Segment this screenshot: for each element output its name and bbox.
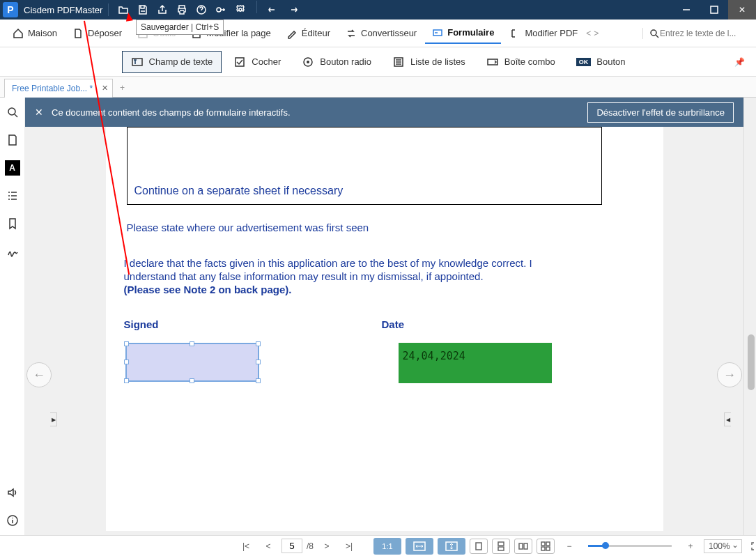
tool-sound-icon[interactable] (5, 485, 20, 500)
status-bar: |< < /8 > >| 1:1 − + 100% (0, 535, 756, 556)
save-icon[interactable] (134, 1, 152, 19)
help-icon[interactable] (192, 1, 210, 19)
view-continuous-icon[interactable] (492, 539, 510, 554)
svg-point-14 (8, 108, 15, 115)
resize-handle[interactable] (124, 360, 129, 364)
date-field[interactable]: 24,04,2024 (399, 343, 552, 383)
zoom-select[interactable]: 100% (704, 539, 742, 553)
tool-info-icon[interactable] (5, 513, 20, 528)
ft-checkbox[interactable]: Cocher (224, 51, 290, 73)
undo-icon[interactable] (264, 1, 282, 19)
tab-strip: Free Printable Job... * ✕ + (0, 77, 756, 98)
tool-bookmark-icon[interactable] (5, 216, 20, 231)
ft-radio[interactable]: Bouton radio (293, 51, 380, 73)
ft-radio-label: Bouton radio (320, 56, 371, 67)
view-facing-continuous-icon[interactable] (537, 539, 555, 554)
resize-handle[interactable] (124, 378, 129, 383)
redo-icon[interactable] (284, 1, 302, 19)
svg-rect-3 (711, 6, 718, 13)
pdf-page: Continue on a separate sheet if necessar… (106, 127, 663, 531)
fit-ratio-label: 1:1 (382, 542, 392, 550)
ft-list[interactable]: Liste de listes (383, 51, 475, 73)
nav-editor-label: Éditeur (302, 28, 330, 38)
resize-handle[interactable] (190, 378, 194, 383)
svg-rect-26 (546, 547, 550, 550)
resize-handle[interactable] (256, 360, 261, 364)
form-toolbar: Champ de texte Cocher Bouton radio Liste… (0, 47, 756, 77)
fit-page-icon[interactable] (438, 538, 465, 555)
scrollbar-thumb[interactable] (748, 334, 755, 390)
prev-page-icon[interactable]: < (259, 539, 277, 554)
ft-button[interactable]: OKBouton (567, 52, 635, 72)
resize-handle[interactable] (256, 378, 261, 383)
disable-highlight-button[interactable]: Désactiver l'effet de surbrillance (587, 102, 734, 123)
advert-text: Please state where our advertisement was… (127, 222, 649, 233)
svg-rect-20 (498, 547, 504, 550)
banner-close-icon[interactable]: ✕ (35, 107, 43, 118)
document-viewport: ✕ Ce document contient des champs de for… (25, 98, 743, 535)
nav-home[interactable]: Maison (6, 24, 64, 43)
tool-page-icon[interactable] (5, 132, 20, 148)
close-button[interactable]: ✕ (728, 0, 756, 20)
key-icon[interactable] (212, 1, 230, 19)
nav-edit-pdf[interactable]: Modifier PDF (502, 24, 585, 43)
svg-rect-22 (524, 543, 527, 549)
prev-page-arrow[interactable]: ← (26, 362, 52, 387)
zoom-slider[interactable] (588, 545, 672, 547)
resize-handle[interactable] (190, 341, 194, 346)
search-icon[interactable] (649, 28, 660, 39)
svg-rect-23 (541, 542, 545, 546)
ft-text-field[interactable]: Champ de texte (122, 51, 222, 73)
signature-field[interactable] (125, 343, 259, 382)
tool-annotation-icon[interactable]: A (5, 160, 20, 176)
nav-form[interactable]: Formulaire (425, 23, 501, 44)
maximize-button[interactable] (700, 0, 728, 20)
tab-close-icon[interactable]: ✕ (102, 84, 108, 93)
svg-point-11 (307, 61, 309, 63)
ft-list-label: Liste de listes (410, 56, 465, 67)
nav-prev-icon[interactable]: < (586, 29, 591, 38)
scrollbar[interactable] (743, 98, 756, 535)
banner-message: Ce document contient des champs de formu… (52, 107, 291, 118)
nav-editor[interactable]: Éditeur (279, 24, 337, 43)
first-page-icon[interactable]: |< (237, 539, 255, 554)
nav-next-icon[interactable]: > (594, 29, 599, 38)
settings-icon[interactable] (231, 1, 249, 19)
print-icon[interactable] (173, 1, 191, 19)
fullscreen-icon[interactable] (746, 539, 756, 554)
tool-outline-icon[interactable] (5, 188, 20, 203)
tool-signature-icon[interactable] (5, 244, 20, 259)
view-facing-icon[interactable] (514, 539, 532, 554)
zoom-in-icon[interactable]: + (681, 539, 700, 554)
tool-search-icon[interactable] (5, 105, 20, 120)
next-page-arrow[interactable]: → (717, 362, 742, 387)
resize-handle[interactable] (124, 341, 129, 346)
form-text-box[interactable]: Continue on a separate sheet if necessar… (127, 127, 602, 205)
nav-converter[interactable]: Convertisseur (339, 24, 424, 43)
zoom-out-icon[interactable]: − (560, 539, 578, 554)
zoom-slider-thumb[interactable] (602, 542, 609, 549)
svg-point-1 (217, 8, 221, 12)
fit-ratio-button[interactable]: 1:1 (373, 538, 401, 555)
page-number-input[interactable] (281, 539, 302, 553)
nav-home-label: Maison (28, 28, 57, 38)
resize-handle[interactable] (256, 341, 261, 346)
nav-converter-label: Convertisseur (361, 28, 417, 38)
ft-combo-label: Boîte combo (504, 56, 555, 67)
minimize-button[interactable] (672, 0, 700, 20)
fit-width-icon[interactable] (406, 538, 433, 555)
left-collapse-handle[interactable]: ▶ (50, 412, 57, 426)
next-page-icon[interactable]: > (318, 539, 336, 554)
ft-combo[interactable]: Boîte combo (477, 51, 564, 73)
declaration-text: I declare that the facts given in this a… (124, 257, 570, 296)
add-tab-button[interactable]: + (113, 79, 132, 97)
pin-icon[interactable]: 📌 (734, 57, 745, 67)
view-single-icon[interactable] (470, 539, 488, 554)
last-page-icon[interactable]: >| (340, 539, 358, 554)
share-icon[interactable] (153, 1, 171, 19)
nav-file[interactable]: Déposer (65, 24, 129, 43)
ft-checkbox-label: Cocher (252, 56, 281, 67)
right-collapse-handle[interactable]: ◀ (724, 412, 731, 426)
date-label: Date (382, 318, 552, 330)
search-input[interactable] (660, 29, 750, 38)
